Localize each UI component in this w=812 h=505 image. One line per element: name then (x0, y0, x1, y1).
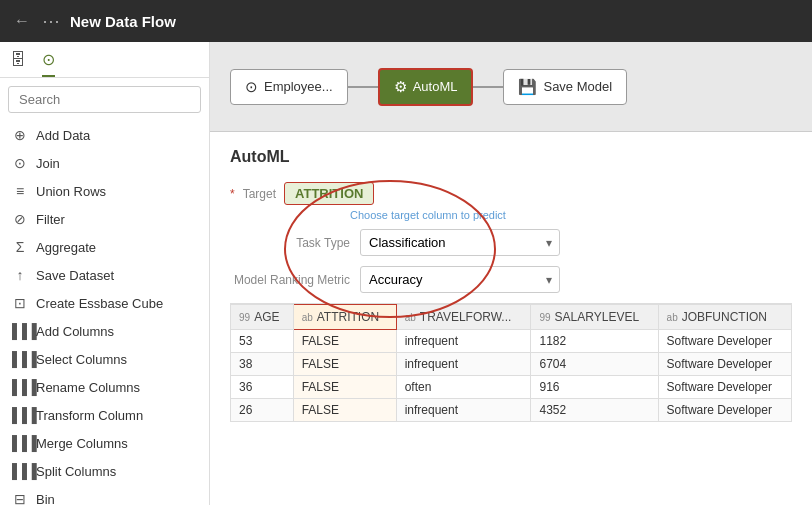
sidebar-item-merge-columns[interactable]: ▌▌▌ Merge Columns (0, 429, 209, 457)
table-cell: 53 (231, 330, 294, 353)
flow-connector-2 (473, 86, 503, 88)
table-cell: infrequent (396, 399, 531, 422)
col-header-jobfunction: abJOBFUNCTION (658, 305, 791, 330)
col-label-travelforw: TRAVELFORW... (420, 310, 512, 324)
sidebar-tab-db[interactable]: 🗄 (10, 51, 26, 77)
ranking-metric-label: Model Ranking Metric (230, 273, 350, 287)
table-cell: Software Developer (658, 376, 791, 399)
sidebar-item-label: Split Columns (36, 464, 116, 479)
task-type-select[interactable]: Classification Regression (360, 229, 560, 256)
target-value-badge: ATTRITION (284, 182, 374, 205)
sidebar-item-save-dataset[interactable]: ↑ Save Dataset (0, 261, 209, 289)
table-cell: 36 (231, 376, 294, 399)
task-type-label: Task Type (230, 236, 350, 250)
detail-panel: AutoML * Target ATTRITION Choose target … (210, 132, 812, 505)
sidebar-item-label: Aggregate (36, 240, 96, 255)
sidebar-item-aggregate[interactable]: Σ Aggregate (0, 233, 209, 261)
sidebar-item-split-columns[interactable]: ▌▌▌ Split Columns (0, 457, 209, 485)
select-columns-icon: ▌▌▌ (12, 351, 28, 367)
flow-node-employee[interactable]: ⊙ Employee... (230, 69, 348, 105)
table-row: 38FALSEinfrequent6704Software Developer (231, 353, 792, 376)
sidebar-item-filter[interactable]: ⊘ Filter (0, 205, 209, 233)
sidebar-item-label: Bin (36, 492, 55, 506)
col-label-attrition: ATTRITION (317, 310, 379, 324)
table-cell: infrequent (396, 353, 531, 376)
bin-icon: ⊟ (12, 491, 28, 505)
col-type-attrition: ab (302, 312, 313, 323)
save-model-node-icon: 💾 (518, 78, 537, 96)
table-cell: often (396, 376, 531, 399)
sidebar-item-transform-column[interactable]: ▌▌▌ Transform Column (0, 401, 209, 429)
flow-node-save-model[interactable]: 💾 Save Model (503, 69, 627, 105)
ranking-metric-select-wrapper: Accuracy AUC F1 (360, 266, 560, 293)
col-header-travelforw: abTRAVELFORW... (396, 305, 531, 330)
search-input[interactable] (8, 86, 201, 113)
table-cell: FALSE (293, 376, 396, 399)
sidebar-item-label: Transform Column (36, 408, 143, 423)
task-type-select-wrapper: Classification Regression (360, 229, 560, 256)
ranking-metric-select[interactable]: Accuracy AUC F1 (360, 266, 560, 293)
sidebar-item-label: Filter (36, 212, 65, 227)
target-row: * Target ATTRITION (230, 182, 792, 205)
sidebar-item-select-columns[interactable]: ▌▌▌ Select Columns (0, 345, 209, 373)
table-cell: 26 (231, 399, 294, 422)
add-data-icon: ⊕ (12, 127, 28, 143)
sidebar-item-label: Select Columns (36, 352, 127, 367)
ranking-metric-row: Model Ranking Metric Accuracy AUC F1 (230, 266, 792, 293)
sidebar-tab-flow[interactable]: ⊙ (42, 50, 55, 77)
sidebar-item-add-columns[interactable]: ▌▌▌ Add Columns (0, 317, 209, 345)
content-area: ⊙ Employee... ⚙ AutoML 💾 Save Model Auto… (210, 42, 812, 505)
top-bar: ← ⋯ New Data Flow (0, 0, 812, 42)
col-label-salarylevel: SALARYLEVEL (555, 310, 640, 324)
data-table: 99AGE abATTRITION abTRAVELFORW... 99SALA… (230, 304, 792, 422)
sidebar-item-label: Rename Columns (36, 380, 140, 395)
table-row: 26FALSEinfrequent4352Software Developer (231, 399, 792, 422)
table-cell: FALSE (293, 330, 396, 353)
automl-form: * Target ATTRITION Choose target column … (230, 182, 792, 422)
table-cell: 916 (531, 376, 658, 399)
union-rows-icon: ≡ (12, 183, 28, 199)
breadcrumb-dots: ⋯ (42, 10, 62, 32)
back-button[interactable]: ← (10, 8, 34, 34)
automl-node-icon: ⚙ (394, 78, 407, 96)
table-header-row: 99AGE abATTRITION abTRAVELFORW... 99SALA… (231, 305, 792, 330)
sidebar-item-create-essbase-cube[interactable]: ⊡ Create Essbase Cube (0, 289, 209, 317)
filter-icon: ⊘ (12, 211, 28, 227)
sidebar-item-rename-columns[interactable]: ▌▌▌ Rename Columns (0, 373, 209, 401)
data-table-container: 99AGE abATTRITION abTRAVELFORW... 99SALA… (230, 303, 792, 422)
add-columns-icon: ▌▌▌ (12, 323, 28, 339)
sidebar: 🗄 ⊙ ⊕ Add Data ⊙ Join ≡ Union Rows ⊘ Fil… (0, 42, 210, 505)
table-cell: infrequent (396, 330, 531, 353)
target-required-star: * (230, 187, 235, 201)
table-cell: FALSE (293, 353, 396, 376)
sidebar-item-union-rows[interactable]: ≡ Union Rows (0, 177, 209, 205)
aggregate-icon: Σ (12, 239, 28, 255)
split-columns-icon: ▌▌▌ (12, 463, 28, 479)
table-cell: 1182 (531, 330, 658, 353)
essbase-icon: ⊡ (12, 295, 28, 311)
save-dataset-icon: ↑ (12, 267, 28, 283)
employee-node-label: Employee... (264, 79, 333, 94)
sidebar-item-bin[interactable]: ⊟ Bin (0, 485, 209, 505)
target-field-label: Target (243, 187, 276, 201)
col-type-age: 99 (239, 312, 250, 323)
sidebar-item-label: Join (36, 156, 60, 171)
sidebar-item-join[interactable]: ⊙ Join (0, 149, 209, 177)
sidebar-item-label: Create Essbase Cube (36, 296, 163, 311)
main-area: 🗄 ⊙ ⊕ Add Data ⊙ Join ≡ Union Rows ⊘ Fil… (0, 42, 812, 505)
automl-node-label: AutoML (413, 79, 458, 94)
join-icon: ⊙ (12, 155, 28, 171)
table-row: 53FALSEinfrequent1182Software Developer (231, 330, 792, 353)
sidebar-item-label: Union Rows (36, 184, 106, 199)
table-cell: 4352 (531, 399, 658, 422)
flow-canvas: ⊙ Employee... ⚙ AutoML 💾 Save Model (210, 42, 812, 132)
transform-icon: ▌▌▌ (12, 407, 28, 423)
sidebar-item-add-data[interactable]: ⊕ Add Data (0, 121, 209, 149)
col-header-salarylevel: 99SALARYLEVEL (531, 305, 658, 330)
save-model-node-label: Save Model (543, 79, 612, 94)
col-header-age: 99AGE (231, 305, 294, 330)
col-type-jobfunction: ab (667, 312, 678, 323)
flow-node-automl[interactable]: ⚙ AutoML (378, 68, 474, 106)
merge-columns-icon: ▌▌▌ (12, 435, 28, 451)
col-header-attrition: abATTRITION (293, 305, 396, 330)
